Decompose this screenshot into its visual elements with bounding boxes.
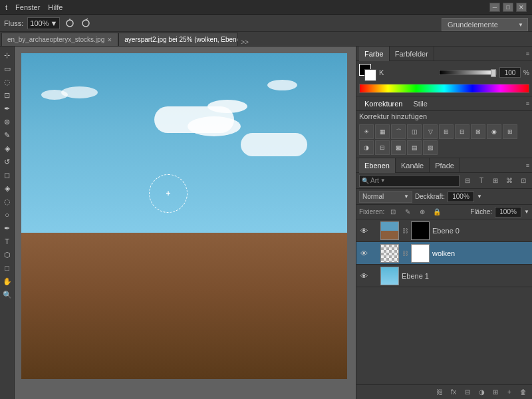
pen-tool[interactable]: ✒ [1,222,13,234]
korr-posterize-icon[interactable]: ⊟ [375,140,390,155]
korr-colorbalance-icon[interactable]: ⊟ [455,124,469,139]
select-tool[interactable]: ▭ [1,63,13,74]
layer-visibility-ebene0[interactable]: 👁 [359,226,368,235]
korr-bw-icon[interactable]: ⊠ [471,124,485,139]
deckkraft-arrow[interactable]: ▼ [477,194,482,200]
k-slider-thumb[interactable] [491,69,496,77]
lock-position-icon[interactable]: ⊕ [416,206,428,218]
layer-visibility-wolken[interactable]: 👁 [359,249,368,258]
dodge-tool[interactable]: ○ [1,209,13,221]
layer-chain-ebene0[interactable]: ⛓ [402,226,408,235]
menu-item-fenster[interactable]: Fenster [15,3,40,11]
close-button[interactable]: ✕ [516,3,527,12]
layer-row-ebene1[interactable]: 👁 Ebene 1 [356,265,532,287]
lock-all-icon[interactable]: 🔒 [431,206,443,218]
layer-filter-icon2[interactable]: T [475,175,487,187]
eyedropper-tool[interactable]: ✒ [1,102,13,114]
tab-kanale[interactable]: Kanäle [396,158,430,173]
layer-link-button[interactable]: ⛓ [434,386,446,398]
tab-pfade[interactable]: Pfade [430,158,460,173]
layer-mask-wolken[interactable] [411,244,430,263]
korr-gradient-map-icon[interactable]: ▤ [407,140,422,155]
background-color[interactable] [364,69,376,81]
canvas: + [21,53,347,379]
shape-tool[interactable]: □ [1,262,13,274]
layer-row-wolken[interactable]: 👁 ⛓ wolken [356,242,532,265]
blend-mode-select[interactable]: Normal ▼ [359,191,412,203]
k-slider[interactable] [439,70,497,75]
maximize-button[interactable]: □ [503,3,513,12]
layer-mask-button[interactable]: ⊟ [462,386,473,398]
color-spectrum[interactable] [359,84,529,93]
tab-korrekturen[interactable]: Korrekturen [359,96,408,111]
layer-filter-icon5[interactable]: ⊡ [517,175,529,187]
korr-exposure-icon[interactable]: ◫ [407,124,422,139]
tab-farbfelder[interactable]: Farbfelder [390,47,434,61]
korr-invert-icon[interactable]: ◑ [359,140,374,155]
deckkraft-value[interactable]: 100% [448,192,474,202]
korr-vibrance-icon[interactable]: ▽ [423,124,438,139]
layer-group-button[interactable]: ⊞ [489,386,501,398]
color-panel-menu-icon[interactable]: ≡ [526,51,529,57]
lock-pixels-icon[interactable]: ✎ [402,206,414,218]
layer-search-box[interactable]: 🔍 Art ▼ [359,175,460,187]
tab-stile[interactable]: Stile [408,96,432,111]
eraser-tool[interactable]: ◻ [1,169,13,181]
ebenen-panel-menu-icon[interactable]: ≡ [526,162,529,169]
brush-tool[interactable]: ✎ [1,129,13,141]
tab-ayerspart2[interactable]: ayerspart2.jpg bei 25% (wolken, Ebenenma… [118,33,238,46]
korr-levels-icon[interactable]: ▦ [375,124,390,139]
gradient-tool[interactable]: ◈ [1,182,13,194]
layer-delete-button[interactable]: 🗑 [517,386,529,398]
brush-tool-icon[interactable] [64,17,76,29]
fg-bg-color-picker[interactable] [359,64,376,81]
tab-archaeopteryx[interactable]: en_by_archaeopteryx_stocks.jpg ✕ [1,33,118,46]
flache-arrow[interactable]: ▼ [524,209,529,215]
korr-channel-icon[interactable]: ⊞ [503,124,517,139]
tab-ebenen[interactable]: Ebenen [359,158,396,173]
airbrush-tool-icon[interactable] [80,17,92,29]
korrekturen-menu-icon[interactable]: ≡ [526,100,529,107]
layer-new-button[interactable]: + [503,386,515,398]
layer-mask-ebene0[interactable] [411,221,430,240]
workspace-selector[interactable]: Grundelemente [442,18,528,31]
hand-tool[interactable]: ✋ [1,275,13,287]
history-tool[interactable]: ↺ [1,156,13,168]
korr-threshold-icon[interactable]: ▩ [391,140,406,155]
menu-item-t[interactable]: t [5,3,7,11]
tab-farbe[interactable]: Farbe [359,47,390,61]
layer-row-ebene0[interactable]: 👁 ⛓ Ebene 0 [356,219,532,242]
move-tool[interactable]: ⊹ [1,49,13,61]
korr-brightness-icon[interactable]: ☀ [359,124,374,139]
korr-hue-icon[interactable]: ⊞ [439,124,454,139]
lasso-tool[interactable]: ◌ [1,76,13,88]
layer-filter-icon3[interactable]: ⊞ [489,175,501,187]
layer-visibility-ebene1[interactable]: 👁 [359,271,368,281]
search-dropdown-icon[interactable]: ▼ [380,178,386,184]
blur-tool[interactable]: ◌ [1,196,13,207]
tab-close-0[interactable]: ✕ [107,37,112,43]
crop-tool[interactable]: ⊡ [1,89,13,101]
layer-filter-icon4[interactable]: ⌘ [503,175,515,187]
fluss-input[interactable]: 100% ▼ [27,17,60,29]
layer-adjustment-button[interactable]: ◑ [475,386,487,398]
type-tool[interactable]: T [1,235,13,247]
path-tool[interactable]: ⬡ [1,249,13,261]
korr-selective-icon[interactable]: ▧ [423,140,438,155]
stamp-tool[interactable]: ◈ [1,142,13,154]
menu-item-hilfe[interactable]: Hilfe [48,3,63,11]
korr-curves-icon[interactable]: ⌒ [391,124,406,139]
flache-value[interactable]: 100% [495,207,521,217]
korr-photofilter-icon[interactable]: ◉ [487,124,501,139]
layer-style-button[interactable]: fx [448,386,460,398]
workspace-box[interactable]: Grundelemente [442,18,528,31]
layer-filter-icon1[interactable]: ⊟ [462,175,473,187]
k-value[interactable]: 100 [499,67,521,78]
search-text: Art [370,177,379,184]
minimize-button[interactable]: ─ [489,3,500,12]
layer-chain-wolken[interactable]: ⛓ [402,249,408,258]
tabs-more-button[interactable]: >> [238,39,251,46]
lock-transparent-icon[interactable]: ⊡ [387,206,399,218]
heal-tool[interactable]: ⊕ [1,116,13,128]
zoom-tool[interactable]: 🔍 [1,289,13,301]
